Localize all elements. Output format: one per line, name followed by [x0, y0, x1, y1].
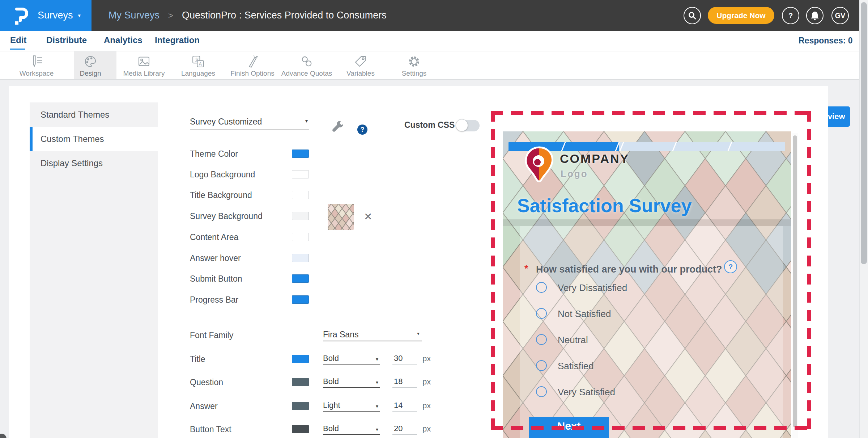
- button-text-weight-select[interactable]: Bold▾: [323, 423, 380, 435]
- company-logo-text: COMPANY: [560, 152, 629, 166]
- preview-scrollbar[interactable]: [792, 133, 798, 438]
- top-header: Surveys ▾ My Surveys > QuestionPro : Ser…: [0, 0, 868, 31]
- toolbar-item-settings[interactable]: Settings: [387, 51, 441, 79]
- toolbar-item-workspace[interactable]: Workspace: [9, 51, 64, 79]
- option-neutral[interactable]: Neutral: [536, 334, 753, 346]
- questionpro-logo-icon: [14, 5, 30, 26]
- avatar[interactable]: GV: [831, 7, 849, 24]
- company-logo-subtext: Logo: [561, 168, 588, 180]
- button-text-size-input[interactable]: 20: [392, 423, 417, 435]
- color-swatch[interactable]: [292, 274, 309, 283]
- responses-count[interactable]: Responses: 0: [799, 36, 853, 46]
- answer-size-input[interactable]: 14: [392, 400, 417, 412]
- answer-weight-select[interactable]: Light▾: [323, 400, 380, 412]
- chevron-down-icon: ▾: [376, 424, 378, 435]
- preview-dashed-border-bottom: [491, 426, 811, 430]
- question-size-input[interactable]: 18: [392, 376, 417, 388]
- font-row-answer: Answer Light▾ 14 px: [190, 400, 450, 412]
- radio-icon[interactable]: [536, 282, 547, 293]
- color-swatch[interactable]: [292, 170, 309, 178]
- upgrade-now-button[interactable]: Upgrade Now: [708, 7, 774, 24]
- title-size-input[interactable]: 30: [392, 353, 417, 365]
- chevron-down-icon: ▾: [78, 12, 81, 19]
- color-row-progress-bar: Progress Bar: [190, 294, 342, 306]
- radio-icon[interactable]: [536, 386, 547, 397]
- question-weight-select[interactable]: Bold▾: [323, 376, 380, 388]
- theme-help-icon[interactable]: ?: [357, 125, 367, 135]
- breadcrumb: My Surveys > QuestionPro : Services Prov…: [109, 0, 387, 31]
- title-weight-select[interactable]: Bold▾: [323, 353, 380, 365]
- custom-css-toggle[interactable]: [456, 120, 480, 131]
- font-color-swatch[interactable]: [292, 402, 309, 410]
- theme-tools-button[interactable]: [331, 119, 345, 135]
- search-button[interactable]: [684, 7, 701, 24]
- section-tabs: Edit Distribute Analytics Integration Re…: [0, 31, 868, 51]
- required-asterisk: *: [524, 263, 528, 274]
- font-color-swatch[interactable]: [292, 355, 309, 363]
- color-row-answer-hover: Answer hover: [190, 252, 342, 264]
- font-family-select[interactable]: Fira Sans ▾: [323, 329, 422, 341]
- product-switcher[interactable]: Surveys ▾: [0, 0, 92, 31]
- color-swatch[interactable]: [292, 212, 309, 220]
- color-row-logo-bg: Logo Background: [190, 169, 342, 180]
- sidebar-item-standard-themes[interactable]: Standard Themes: [30, 102, 158, 127]
- toolbar-item-advance-quotas[interactable]: Advance Quotas: [280, 51, 334, 79]
- toggle-knob: [456, 119, 468, 131]
- notifications-button[interactable]: [806, 7, 824, 24]
- color-swatch[interactable]: [292, 191, 309, 199]
- toolbar-item-media-library[interactable]: Media Library: [117, 51, 171, 79]
- help-button[interactable]: ?: [782, 7, 799, 24]
- radio-icon[interactable]: [536, 308, 547, 319]
- sidebar-item-custom-themes[interactable]: Custom Themes: [30, 127, 158, 151]
- survey-preview: COMPANY Logo Satisfaction Survey * How s…: [503, 131, 791, 438]
- question-help-icon[interactable]: ?: [724, 260, 737, 273]
- breadcrumb-my-surveys[interactable]: My Surveys: [109, 10, 159, 21]
- tag-icon: [333, 54, 388, 69]
- tab-distribute[interactable]: Distribute: [46, 35, 87, 45]
- survey-background-thumbnail[interactable]: [328, 204, 354, 230]
- color-swatch[interactable]: [292, 149, 309, 158]
- content-area-overlay: [520, 226, 783, 438]
- option-satisfied[interactable]: Satisfied: [536, 360, 753, 372]
- tab-edit[interactable]: Edit: [10, 35, 26, 45]
- font-color-swatch[interactable]: [292, 425, 309, 433]
- color-swatch[interactable]: [292, 233, 309, 241]
- preview-scrollbar-thumb[interactable]: [793, 135, 797, 427]
- toolbar-item-variables[interactable]: Variables: [333, 51, 388, 79]
- page-scrollbar-thumb[interactable]: [861, 2, 867, 264]
- color-swatch[interactable]: [292, 254, 309, 262]
- design-toolbar: Workspace Design Media Library: [0, 51, 868, 80]
- page-scrollbar[interactable]: [859, 0, 868, 438]
- color-row-content-area: Content Area: [190, 231, 342, 243]
- toolbar-item-finish-options[interactable]: Finish Options: [225, 51, 280, 79]
- chat-widget-corner[interactable]: [0, 434, 7, 438]
- media-library-icon: [117, 54, 171, 69]
- design-palette-icon: [63, 54, 118, 69]
- font-row-title: Title Bold▾ 30 px: [190, 353, 450, 365]
- font-color-swatch[interactable]: [292, 378, 309, 386]
- option-very-satisfied[interactable]: Very Satisfied: [536, 386, 753, 399]
- option-very-dissatisfied[interactable]: Very Dissatisfied: [536, 282, 753, 294]
- font-family-row: Font Family Fira Sans ▾: [190, 329, 450, 341]
- preview-dashed-border-right: [807, 111, 811, 430]
- color-row-theme: Theme Color: [190, 148, 342, 160]
- font-row-question: Question Bold▾ 18 px: [190, 376, 450, 388]
- color-swatch[interactable]: [292, 295, 309, 304]
- radio-icon[interactable]: [536, 360, 547, 371]
- search-icon: [688, 11, 697, 20]
- toolbar-item-design[interactable]: Design: [63, 51, 118, 79]
- tab-integration[interactable]: Integration: [155, 35, 200, 45]
- preview-dashed-border-left: [491, 111, 495, 430]
- wrench-icon: [331, 119, 345, 134]
- remove-background-icon[interactable]: ✕: [364, 211, 372, 223]
- sidebar-item-display-settings[interactable]: Display Settings: [30, 151, 158, 175]
- radio-icon[interactable]: [536, 334, 547, 345]
- active-tab-underline: [10, 49, 25, 50]
- company-pin-logo-icon: [523, 146, 555, 184]
- theme-select[interactable]: Survey Customized ▾: [190, 114, 309, 130]
- survey-title: QuestionPro : Services Provided to Consu…: [182, 10, 387, 21]
- tab-analytics[interactable]: Analytics: [104, 35, 142, 45]
- toolbar-item-languages[interactable]: 文 A Languages: [171, 51, 225, 79]
- option-not-satisfied[interactable]: Not Satisfied: [536, 308, 753, 320]
- chevron-down-icon: ▾: [376, 377, 378, 388]
